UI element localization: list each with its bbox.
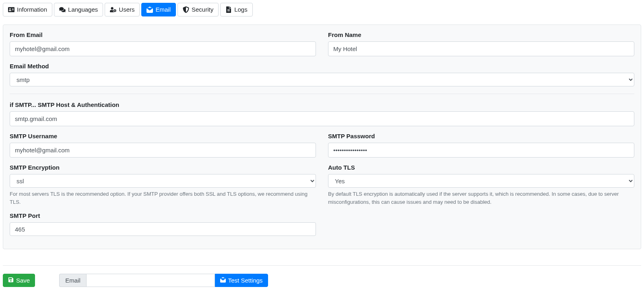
actions-bar: Save Email Test Settings xyxy=(3,274,641,287)
test-settings-button[interactable]: Test Settings xyxy=(215,274,268,287)
test-email-input[interactable] xyxy=(86,274,215,287)
id-card-icon xyxy=(8,6,14,13)
smtp-encryption-help: For most servers TLS is the recommended … xyxy=(10,190,316,206)
smtp-host-label: if SMTP... SMTP Host & Authentication xyxy=(10,101,634,108)
tab-label: Languages xyxy=(68,6,98,13)
smtp-encryption-select[interactable]: ssl xyxy=(10,174,316,188)
save-button[interactable]: Save xyxy=(3,274,35,287)
tab-languages[interactable]: Languages xyxy=(54,3,103,16)
tab-security[interactable]: Security xyxy=(178,3,219,16)
smtp-password-input[interactable] xyxy=(328,143,634,158)
comments-icon xyxy=(59,6,66,13)
auto-tls-help: By default TLS encryption is automatical… xyxy=(328,190,634,206)
test-settings-label: Test Settings xyxy=(228,277,263,284)
tab-label: Email xyxy=(155,6,171,13)
settings-tabs: Information Languages Users Email Securi… xyxy=(3,3,641,16)
from-email-input[interactable] xyxy=(10,41,316,56)
envelope-open-icon xyxy=(220,277,226,284)
auto-tls-label: Auto TLS xyxy=(328,164,634,171)
divider xyxy=(10,94,634,94)
tab-label: Users xyxy=(119,6,134,13)
tab-email[interactable]: Email xyxy=(141,3,176,16)
smtp-username-label: SMTP Username xyxy=(10,133,316,139)
test-email-group: Email Test Settings xyxy=(59,274,268,287)
tab-information[interactable]: Information xyxy=(3,3,52,16)
from-name-label: From Name xyxy=(328,31,634,38)
tab-logs[interactable]: Logs xyxy=(220,3,253,16)
smtp-username-input[interactable] xyxy=(10,143,316,158)
user-gear-icon xyxy=(110,6,116,13)
save-icon xyxy=(8,277,14,284)
tab-label: Information xyxy=(17,6,47,13)
tab-label: Security xyxy=(192,6,213,13)
auto-tls-select[interactable]: Yes xyxy=(328,174,634,188)
test-email-addon: Email xyxy=(59,274,86,287)
from-name-input[interactable] xyxy=(328,41,634,56)
smtp-host-input[interactable] xyxy=(10,111,634,126)
shield-icon xyxy=(183,6,189,13)
from-email-label: From Email xyxy=(10,31,316,38)
email-settings-panel: From Email From Name Email Method smtp i… xyxy=(3,25,641,249)
email-method-select[interactable]: smtp xyxy=(10,73,634,86)
tab-label: Logs xyxy=(234,6,248,13)
smtp-port-input[interactable] xyxy=(10,222,316,236)
smtp-port-label: SMTP Port xyxy=(10,212,316,219)
smtp-password-label: SMTP Password xyxy=(328,133,634,139)
envelope-open-icon xyxy=(147,6,153,13)
email-method-label: Email Method xyxy=(10,63,634,70)
tab-users[interactable]: Users xyxy=(105,3,140,16)
save-button-label: Save xyxy=(16,277,30,284)
file-icon xyxy=(225,6,232,13)
footer-divider xyxy=(3,265,641,266)
smtp-encryption-label: SMTP Encryption xyxy=(10,164,316,171)
